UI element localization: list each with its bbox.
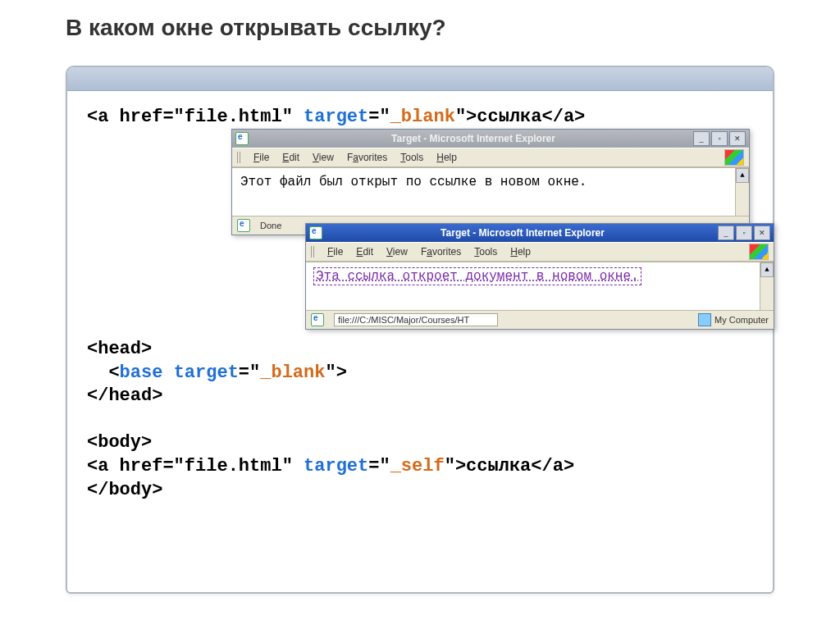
main-panel: <a href="file.html" target="_blank">ссыл… [66,66,774,594]
address-field[interactable]: file:///C:/MISC/Major/Courses/HT [334,313,498,326]
scrollbar[interactable]: ▲ [760,262,774,310]
ie1-content: Этот файл был открыт по ссылке в новом о… [232,167,749,216]
ie2-statusbar: file:///C:/MISC/Major/Courses/HT My Comp… [306,310,774,329]
windows-logo-icon [749,244,769,260]
ie1-menubar: File Edit View Favorites Tools Help [232,148,749,167]
minimize-button[interactable]: _ [718,226,734,240]
ie-window-2: Target - Microsoft Internet Explorer _ ▫… [305,223,774,330]
menu-help[interactable]: Help [505,246,536,258]
windows-logo-icon [724,149,744,166]
ie1-title: Target - Microsoft Internet Explorer [253,133,693,144]
ie-app-icon [311,313,324,326]
maximize-button[interactable]: ▫ [711,131,728,146]
ie2-menubar: File Edit View Favorites Tools Help [306,242,774,262]
ie-app-icon [235,132,249,145]
close-button[interactable]: ✕ [729,131,746,146]
ie1-titlebar[interactable]: Target - Microsoft Internet Explorer _ ▫… [232,130,749,148]
menu-edit[interactable]: Edit [277,152,304,163]
maximize-button[interactable]: ▫ [736,226,752,240]
toolbar-grip-icon [311,246,316,258]
scroll-up-icon[interactable]: ▲ [760,262,774,277]
slide-title: В каком окне открывать ссылку? [0,0,840,51]
scroll-up-icon[interactable]: ▲ [736,168,749,183]
ie1-status-text: Done [260,221,281,230]
ie2-content: Эта ссылка откроет документ в новом окне… [306,262,774,310]
panel-titlebar [67,67,773,91]
menu-view[interactable]: View [381,246,413,258]
menu-favorites[interactable]: Favorites [416,246,466,258]
ie2-titlebar[interactable]: Target - Microsoft Internet Explorer _ ▫… [306,224,774,242]
ie2-title: Target - Microsoft Internet Explorer [327,227,718,239]
code-line-1: <a href="file.html" target="_blank">ссыл… [87,106,753,130]
menu-help[interactable]: Help [431,152,462,163]
menu-tools[interactable]: Tools [469,246,502,258]
close-button[interactable]: ✕ [754,226,770,240]
ie-app-icon [309,226,322,239]
menu-file[interactable]: File [249,152,274,163]
menu-edit[interactable]: Edit [351,246,378,258]
code-block-2: <head> <base target="_blank"> </head> <b… [87,338,574,502]
ie2-body-link[interactable]: Эта ссылка откроет документ в новом окне… [314,268,641,285]
ie2-status-zone: My Computer [714,315,769,325]
menu-tools[interactable]: Tools [395,152,428,163]
ie1-body-text: Этот файл был открыт по ссылке в новом о… [240,175,587,189]
menu-file[interactable]: File [322,246,348,258]
toolbar-grip-icon [237,152,242,163]
menu-view[interactable]: View [308,152,339,163]
ie-app-icon [237,219,250,232]
my-computer-icon [698,313,711,326]
ie-window-1: Target - Microsoft Internet Explorer _ ▫… [231,129,750,235]
minimize-button[interactable]: _ [693,131,710,146]
menu-favorites[interactable]: Favorites [342,152,392,163]
scrollbar[interactable]: ▲ [735,168,749,216]
